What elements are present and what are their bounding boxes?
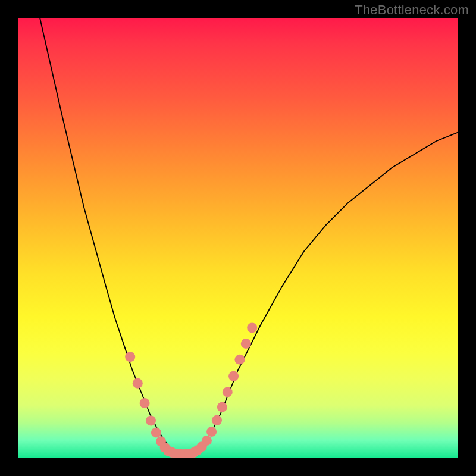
series-group: [40, 18, 458, 454]
chart-svg: [18, 18, 458, 458]
series-left-curve: [40, 18, 172, 452]
series-right-curve: [194, 132, 458, 452]
marker-dot: [228, 371, 239, 381]
marker-dot: [146, 416, 156, 426]
marker-group: [125, 322, 257, 458]
marker-dot: [151, 428, 161, 438]
marker-dot: [125, 352, 135, 362]
marker-dot: [247, 322, 257, 333]
marker-dot: [212, 415, 222, 425]
marker-dot: [234, 355, 245, 365]
marker-dot: [140, 398, 150, 408]
chart-frame: TheBottleneck.com: [0, 0, 476, 476]
marker-dot: [217, 402, 227, 412]
watermark-text: TheBottleneck.com: [355, 2, 469, 18]
plot-area: [18, 18, 458, 458]
marker-dot: [241, 339, 251, 349]
marker-dot: [223, 387, 233, 397]
marker-dot: [189, 447, 199, 458]
marker-dot: [202, 436, 212, 446]
marker-dot: [133, 378, 143, 389]
marker-dot: [206, 427, 217, 437]
